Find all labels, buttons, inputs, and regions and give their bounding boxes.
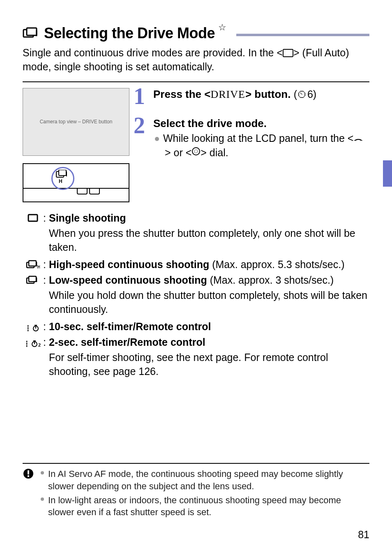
step2-body-before: While looking at the LCD panel, turn the… (163, 132, 353, 144)
step-1-title: Press the <DRIVE> button. (⏲6) (153, 88, 369, 101)
step-2-title: Select the drive mode. (153, 117, 369, 130)
colon: : (43, 258, 49, 272)
colon: : (43, 211, 49, 225)
title-rule (236, 34, 369, 36)
step-1: 1 Press the <DRIVE> button. (⏲6) (137, 88, 369, 101)
low-speed-continuous-icon (23, 273, 43, 288)
caution-text-1: In AI Servo AF mode, the continuous shoo… (48, 468, 369, 492)
self-timer-10-icon: ┇ (23, 320, 43, 335)
colon: : (43, 273, 49, 287)
full-auto-rect-icon (283, 49, 293, 57)
colon: : (43, 320, 49, 334)
self-timer-2-icon: ┇ 2 (23, 336, 43, 350)
svg-rect-24 (28, 470, 29, 474)
lcd-notch-1 (77, 188, 88, 194)
svg-text:H: H (37, 265, 40, 269)
caution-icon (23, 468, 35, 520)
step-number-1: 1 (134, 83, 145, 109)
bullet-icon (155, 137, 159, 141)
mode-list: : Single shooting When you press the shu… (23, 211, 369, 379)
step-number-2: 2 (134, 112, 145, 139)
mode-timer10-row: ┇ : 10-sec. self-timer/Remote control (23, 320, 369, 335)
separator-line (23, 81, 369, 82)
drive-mode-icon (23, 27, 39, 39)
page: Selecting the Drive Mode ☆ Single and co… (0, 0, 392, 553)
mode-high-row: H : High-speed continuous shooting (Max.… (23, 258, 369, 273)
svg-point-8 (194, 150, 198, 153)
mode-high-title: High-speed continuous shooting (49, 259, 209, 270)
caution-list: In AI Servo AF mode, the continuous shoo… (41, 468, 369, 520)
camera-image-alt: Camera top view – DRIVE button (40, 119, 113, 125)
mode-timer2-desc: For self-timer shooting, see the next pa… (23, 351, 369, 379)
mode-low-note: (Max. approx. 3 shots/sec.) (207, 274, 334, 286)
section-tab (383, 160, 392, 187)
step2-body-after: > dial. (201, 147, 228, 158)
main-dial-icon (353, 131, 363, 145)
step1-before: Press the < (153, 88, 210, 100)
svg-rect-4 (59, 170, 66, 176)
drive-button-label: DRIVE (210, 88, 245, 100)
steps-block: Camera top view – DRIVE button H (23, 88, 369, 202)
caution-text-2: In low-light areas or indoors, the conti… (48, 494, 369, 518)
step-2-body: While looking at the LCD panel, turn the… (153, 132, 369, 161)
caution-item-2: In low-light areas or indoors, the conti… (41, 494, 369, 518)
single-shooting-icon (23, 211, 43, 226)
page-title-row: Selecting the Drive Mode ☆ (23, 25, 369, 42)
mode-high-note: (Max. approx. 5.3 shots/sec.) (209, 259, 344, 270)
colon: : (43, 336, 49, 349)
intro-paragraph: Single and continuous drive modes are pr… (23, 46, 369, 74)
high-speed-continuous-icon: H (23, 258, 43, 273)
step1-after: > button. (245, 88, 291, 100)
page-title: Selecting the Drive Mode (44, 25, 215, 42)
intro-text-1: Single and continuous drive modes are pr… (23, 47, 283, 58)
mode-timer10-title: 10-sec. self-timer/Remote control (49, 321, 211, 332)
mode-single-desc: When you press the shutter button comple… (23, 227, 369, 255)
lcd-notch-2 (89, 188, 100, 194)
step2-body-mid: > or < (165, 147, 191, 158)
svg-rect-15 (29, 276, 36, 282)
bullet-icon (41, 497, 44, 501)
step1-timer-note: (⏲6) (294, 88, 317, 100)
svg-rect-11 (29, 261, 36, 266)
caution-item-1: In AI Servo AF mode, the continuous shoo… (41, 468, 369, 492)
step-2: 2 Select the drive mode. While looking a… (137, 117, 369, 161)
mode-timer2-title: 2-sec. self-timer/Remote control (49, 336, 205, 348)
svg-text:H: H (59, 178, 62, 184)
page-number: 81 (358, 529, 369, 541)
mode-single-title: Single shooting (49, 212, 126, 224)
mode-low-desc: While you hold down the shutter button c… (23, 289, 369, 317)
mode-timer2-row: ┇ 2 : 2-sec. self-timer/Remote control (23, 336, 369, 350)
svg-rect-25 (28, 475, 29, 477)
svg-point-7 (192, 148, 200, 155)
svg-rect-9 (28, 215, 37, 221)
mode-low-title: Low-speed continuous shooting (49, 274, 207, 286)
lcd-divider (23, 188, 129, 189)
star-icon: ☆ (218, 22, 226, 33)
step-images-column: Camera top view – DRIVE button H (23, 88, 129, 202)
mode-single-row: : Single shooting (23, 211, 369, 226)
camera-top-image: Camera top view – DRIVE button (23, 88, 129, 156)
lcd-drive-mode-glyph: H (55, 170, 68, 185)
steps-text-column: 1 Press the <DRIVE> button. (⏲6) 2 Selec… (137, 88, 369, 170)
svg-rect-1 (27, 28, 37, 35)
mode-low-row: : Low-speed continuous shooting (Max. ap… (23, 273, 369, 288)
bullet-icon (41, 471, 44, 474)
caution-note-box: In AI Servo AF mode, the continuous shoo… (23, 463, 369, 520)
lcd-panel-illustration: H (23, 163, 129, 202)
quick-control-dial-icon (191, 146, 201, 160)
